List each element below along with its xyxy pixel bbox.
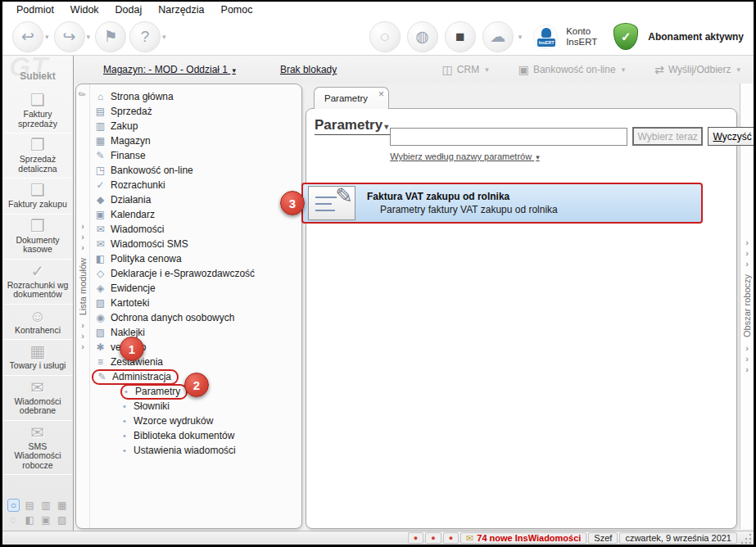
- help-dropdown-caret-icon[interactable]: ▾: [162, 33, 166, 41]
- sync-icon[interactable]: ◌: [369, 21, 401, 52]
- sidebar-item[interactable]: ✓Rozrachunki wg dokumentów: [2, 260, 73, 305]
- back-icon[interactable]: ↩: [12, 21, 43, 52]
- parameter-search-input[interactable]: [390, 128, 627, 146]
- chevron-right-icon[interactable]: ›: [81, 242, 84, 253]
- chevron-right-icon[interactable]: ›: [81, 221, 84, 232]
- status-indicator[interactable]: ●: [443, 532, 459, 544]
- crm-button[interactable]: ◫CRM▾: [442, 63, 491, 76]
- parameter-document-icon: ✎: [308, 186, 355, 220]
- clear-button[interactable]: Wyczyść: [708, 127, 756, 146]
- messages-status-cell[interactable]: ✉74 nowe InsWiadomości: [460, 532, 586, 544]
- tree-item-słowniki[interactable]: •Słowniki: [90, 399, 301, 414]
- chevron-right-icon[interactable]: ›: [745, 259, 749, 269]
- back-dropdown-caret-icon[interactable]: ▾: [45, 33, 49, 41]
- forward-icon[interactable]: ↪: [54, 21, 85, 52]
- basket-icon[interactable]: ▥: [40, 499, 52, 512]
- send-receive-button[interactable]: ⇄Wyślij/Odbierz▾: [654, 63, 742, 76]
- flag-icon[interactable]: ⚑: [95, 21, 126, 52]
- tree-item-sprzedaż[interactable]: ▤Sprzedaż: [90, 104, 301, 119]
- bullet-icon: •: [123, 416, 129, 426]
- boxes-icon[interactable]: ▦: [56, 499, 68, 512]
- sidebar-item[interactable]: ❒Dokumenty kasowe: [2, 215, 73, 260]
- chevron-right-icon[interactable]: ›: [81, 232, 84, 242]
- sidebar-item[interactable]: ▦Towary i usługi: [2, 340, 73, 376]
- chevron-right-icon[interactable]: ›: [745, 343, 749, 354]
- module-dot-icon[interactable]: ○: [7, 499, 20, 512]
- tree-item-label: Polityka cenowa: [111, 253, 182, 264]
- tree-item-zakup[interactable]: ▥Zakup: [90, 119, 301, 133]
- page-title[interactable]: Parametry▾: [315, 117, 390, 135]
- select-now-button[interactable]: Wybierz teraz: [632, 127, 703, 146]
- blocked-icon[interactable]: ◌: [7, 513, 20, 527]
- menu-item-dodaj[interactable]: Dodaj: [108, 2, 150, 17]
- parameter-result-item[interactable]: 3 ✎ Faktura VAT zakupu od rolnika Parame…: [301, 183, 703, 224]
- tree-item-biblioteka-dokumentów[interactable]: •Biblioteka dokumentów: [90, 428, 301, 443]
- tree-item-ochrona-danych-osobowych[interactable]: ◉Ochrona danych osobowych: [90, 310, 301, 325]
- tree-item-kartoteki[interactable]: ▧Kartoteki: [90, 296, 301, 310]
- tree-item-ustawienia-wiadomości[interactable]: •Ustawienia wiadomości: [90, 443, 301, 458]
- tree-item-finanse[interactable]: ✎Finanse: [90, 148, 301, 163]
- cloud-icon[interactable]: ☁: [482, 21, 514, 52]
- workspace-panel-label: Obszar roboczy: [742, 274, 752, 337]
- tree-item-wzorce-wydruków[interactable]: •Wzorce wydruków: [90, 414, 301, 428]
- forward-dropdown-caret-icon[interactable]: ▾: [87, 33, 91, 41]
- filter-by-name-link[interactable]: Wybierz według nazwy parametrów ▾: [390, 151, 541, 161]
- insert-account-label[interactable]: Konto InsERT: [566, 26, 597, 47]
- coins-icon[interactable]: ▤: [24, 499, 36, 512]
- tree-item-kalendarz[interactable]: ▣Kalendarz: [90, 207, 301, 222]
- tree-item-ewidencje[interactable]: ◈Ewidencje: [90, 281, 301, 296]
- tree-item-deklaracje-i-e-sprawozdawczość[interactable]: ◇Deklaracje i e-Sprawozdawczość: [90, 266, 301, 281]
- resize-grip[interactable]: [740, 533, 751, 544]
- sidebar-item[interactable]: ❑Faktury zakupu: [2, 179, 73, 215]
- sidebar-item[interactable]: ☺Kontrahenci: [2, 305, 73, 341]
- chevron-right-icon[interactable]: ›: [81, 331, 84, 341]
- tree-item-magazyn[interactable]: ▦Magazyn: [90, 133, 301, 148]
- sidebar-item[interactable]: ❏Faktury sprzedaży: [2, 88, 73, 133]
- cube-icon[interactable]: ■: [445, 21, 476, 52]
- tree-item-bankowość-on-line[interactable]: ◳Bankowość on-line: [90, 163, 301, 178]
- chevron-right-icon[interactable]: ›: [81, 320, 84, 331]
- menu-item-pomoc[interactable]: Pomoc: [214, 2, 260, 17]
- banking-button[interactable]: ▣Bankowość on-line▾: [518, 63, 627, 76]
- chevron-right-icon[interactable]: ›: [81, 341, 84, 352]
- chevron-right-icon[interactable]: ›: [745, 364, 749, 375]
- pin-icon[interactable]: ✎: [76, 88, 88, 102]
- tree-item-strona-główna[interactable]: ⌂Strona główna: [90, 89, 301, 104]
- warehouse-mini-icon[interactable]: ◧: [24, 513, 36, 527]
- subscription-shield-icon[interactable]: ✓: [613, 23, 638, 50]
- tab-close-icon[interactable]: ×: [378, 88, 384, 100]
- warehouse-selector-link[interactable]: Magazyn: - MOD - Oddział 1 ▾: [103, 64, 238, 75]
- tree-item-wiadomości[interactable]: ✉Wiadomości: [90, 222, 301, 237]
- sidebar-item[interactable]: ✉SMS Wiadomości robocze: [2, 421, 73, 476]
- notes-icon[interactable]: ▨: [56, 513, 68, 527]
- lock-status-link[interactable]: Brak blokady: [280, 64, 337, 75]
- status-indicator[interactable]: ●: [425, 532, 441, 544]
- tree-item-label: Finanse: [111, 150, 146, 161]
- user-status-cell[interactable]: Szef: [588, 532, 618, 544]
- help-icon[interactable]: ?: [129, 21, 161, 52]
- cloud-dropdown-caret-icon[interactable]: ▾: [518, 33, 523, 41]
- banking-caret-icon: ▾: [622, 66, 626, 74]
- chevron-right-icon[interactable]: ›: [745, 237, 749, 248]
- package-icon[interactable]: ▣: [40, 513, 52, 527]
- bullet-icon: •: [123, 431, 129, 441]
- sidebar-item-label: Dokumenty kasowe: [4, 236, 71, 255]
- tree-item-rozrachunki[interactable]: ✓Rozrachunki: [90, 178, 301, 192]
- sidebar-item[interactable]: ❐Sprzedaż detaliczna: [2, 133, 73, 179]
- sidebar-item[interactable]: ✉Wiadomości odebrane: [2, 376, 73, 421]
- insert-account-icon[interactable]: InsERT: [533, 25, 558, 49]
- tree-item-wiadomości-sms[interactable]: ✉Wiadomości SMS: [90, 237, 301, 251]
- chevron-right-icon[interactable]: ›: [745, 248, 749, 259]
- menu-item-podmiot[interactable]: Podmiot: [9, 2, 61, 17]
- tab-parametry[interactable]: Parametry ×: [314, 87, 389, 109]
- tree-item-działania[interactable]: ◆Działania: [90, 192, 301, 207]
- menu-item-widok[interactable]: Widok: [63, 2, 106, 17]
- status-indicator[interactable]: ●: [408, 532, 423, 544]
- subscription-status-label: Abonament aktywny: [648, 31, 744, 43]
- tree-item-naklejki[interactable]: ▨Naklejki: [90, 325, 301, 340]
- tree-item-polityka-cenowa[interactable]: ◧Polityka cenowa: [90, 251, 301, 266]
- menu-item-narzędzia[interactable]: Narzędzia: [151, 2, 211, 17]
- chevron-right-icon[interactable]: ›: [745, 354, 749, 364]
- globe-icon[interactable]: ◍: [407, 21, 438, 52]
- main-toolbar: ↩▾ ↪▾ ⚑ ?▾ ◌ ◍ ■ ☁▾ InsERT Konto InsERT …: [2, 18, 754, 56]
